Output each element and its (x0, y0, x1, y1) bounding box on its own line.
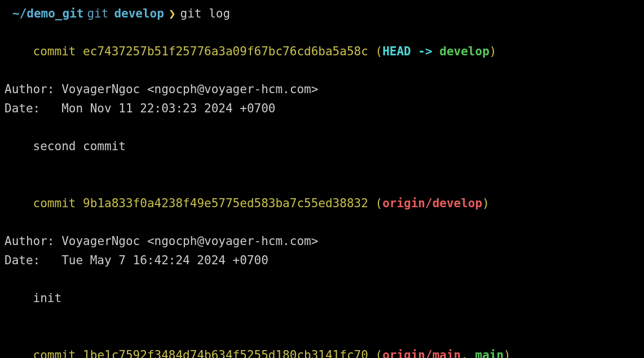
commit-keyword: commit (33, 348, 76, 358)
path-tilde: ~/ (12, 5, 27, 24)
commit-line: commit 1be1c7592f3484d74b634f5255d180cb3… (5, 327, 639, 358)
local-branch: develop (439, 45, 489, 58)
terminal[interactable]: ~/ demo_git git develop ❯ git log commit… (5, 5, 639, 358)
prompt-line: ~/ demo_git git develop ❯ git log (5, 5, 639, 24)
branch-name: develop (114, 5, 164, 24)
blank-line (5, 119, 639, 138)
close-paren: ) (482, 197, 489, 210)
commit-message: second commit (5, 137, 639, 156)
commit-hash: 9b1a833f0a4238f49e5775ed583ba7c55ed38832 (83, 197, 368, 210)
commit-hash: 1be1c7592f3484d74b634f5255d180cb3141fc70 (83, 348, 368, 358)
blank-line (5, 156, 639, 176)
close-paren: ) (489, 45, 497, 58)
remote-branch: origin/main (382, 348, 461, 358)
path-name: demo_git (27, 5, 83, 24)
blank-line (5, 270, 639, 289)
command-text: git log (180, 5, 231, 24)
prompt-arrow: ❯ (169, 5, 176, 24)
author-line: Author: VoyagerNgoc <ngocph@voyager-hcm.… (5, 232, 639, 251)
ref-comma: , (461, 348, 475, 358)
close-paren: ) (504, 348, 511, 358)
date-line: Date: Mon Nov 11 22:03:23 2024 +0700 (5, 99, 639, 119)
date-line: Date: Tue May 7 16:42:24 2024 +0700 (5, 251, 639, 270)
remote-branch: origin/develop (382, 197, 482, 210)
head-ref: HEAD (382, 45, 411, 58)
open-paren: ( (375, 45, 382, 58)
commit-message: init (5, 289, 639, 308)
commit-line: commit 9b1a833f0a4238f49e5775ed583ba7c55… (5, 175, 639, 232)
arrow-ref: -> (411, 45, 440, 58)
commit-keyword: commit (33, 45, 76, 58)
commit-keyword: commit (33, 197, 76, 210)
blank-line (5, 308, 639, 328)
commit-line: commit ec7437257b51f25776a3a09f67bc76cd6… (5, 24, 639, 81)
commit-hash: ec7437257b51f25776a3a09f67bc76cd6ba5a58c (83, 45, 368, 58)
local-branch: main (475, 348, 504, 358)
open-paren: ( (375, 348, 382, 358)
git-label: git (87, 5, 108, 24)
author-line: Author: VoyagerNgoc <ngocph@voyager-hcm.… (5, 80, 639, 99)
open-paren: ( (375, 197, 382, 210)
